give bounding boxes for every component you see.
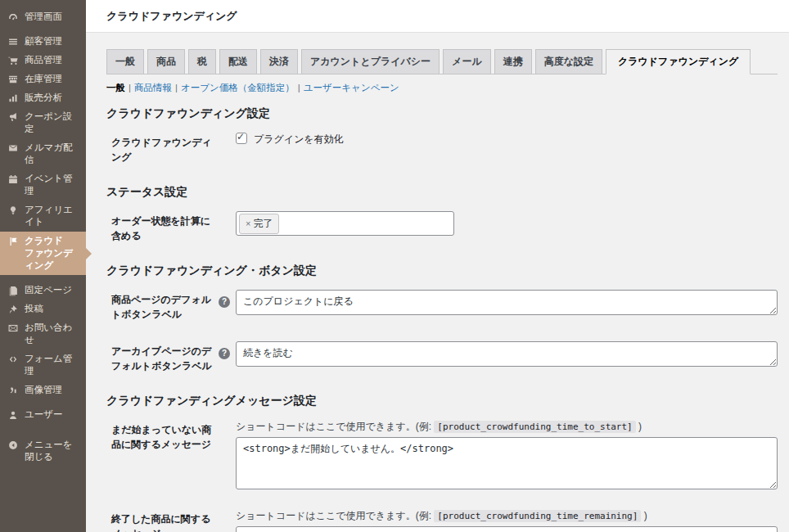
- archive-button-label-textarea[interactable]: 続きを読む: [236, 341, 778, 367]
- sidebar-item[interactable]: 固定ページ: [0, 281, 86, 300]
- sidebar-item-label: 固定ページ: [25, 284, 72, 296]
- settings-tab[interactable]: 一般: [106, 49, 144, 74]
- sidebar-item[interactable]: メニューを閉じる: [0, 435, 86, 467]
- field-label: まだ始まっていない商品に関するメッセージ: [111, 420, 219, 489]
- settings-tab[interactable]: 高度な設定: [535, 49, 602, 74]
- help-spacer: [219, 509, 236, 532]
- sidebar-item-label: アフィリエイト: [25, 204, 81, 228]
- collapse-icon: [7, 440, 19, 451]
- sidebar-item-label: メニューを閉じる: [25, 439, 81, 463]
- sidebar-item-label: クーポン設定: [25, 110, 81, 135]
- subnav-separator: |: [128, 83, 131, 92]
- settings-tab[interactable]: 決済: [260, 49, 298, 74]
- sidebar-item[interactable]: イベント管理: [0, 169, 86, 201]
- contact-mail-icon: [7, 322, 19, 334]
- shortcode-code: [product_crowdfunding_time_to_start]: [434, 421, 635, 433]
- field-label: 商品ページのデフォルトボタンラベル: [111, 290, 219, 322]
- subnav-link[interactable]: 一般: [106, 83, 125, 92]
- field-value: ショートコードはここで使用できます。(例: [product_crowdfund…: [236, 509, 778, 532]
- calendar-icon: [7, 174, 19, 185]
- sidebar-item-label: 商品管理: [25, 54, 62, 66]
- sidebar-item-label: 画像管理: [25, 384, 62, 396]
- checkbox-label: プラグインを有効化: [254, 133, 344, 145]
- product-button-label-textarea[interactable]: このプロジェクトに戻る: [236, 290, 778, 315]
- order-status-multiselect[interactable]: ×完了: [236, 211, 454, 236]
- settings-tab[interactable]: 税: [188, 49, 216, 74]
- sidebar-item[interactable]: クーポン設定: [0, 107, 86, 138]
- dashboard-icon: [7, 11, 19, 23]
- settings-tab[interactable]: 配送: [219, 49, 257, 74]
- shortcode-code: [product_crowdfunding_time_remaining]: [434, 510, 641, 522]
- subnav-separator: |: [298, 83, 300, 92]
- sidebar-item[interactable]: 画像管理: [0, 381, 86, 399]
- chart-bar-icon: [7, 92, 19, 104]
- sidebar-item[interactable]: クラウド ファウンディング: [0, 232, 86, 275]
- ended-message-textarea[interactable]: <strong>終了しました。</strong>: [236, 526, 778, 532]
- section-title-messages: クラウドファンディングメッセージ設定: [106, 394, 778, 408]
- admin-sidebar: 管理画面顧客管理商品管理在庫管理販売分析クーポン設定メルマガ配信イベント管理アフ…: [0, 0, 86, 532]
- sidebar-item[interactable]: 顧客管理: [0, 32, 86, 51]
- field-value: ✓プラグインを有効化: [236, 133, 778, 165]
- section-title-crowdfunding: クラウドファウンディング設定: [106, 106, 778, 121]
- not-started-message-textarea[interactable]: <strong>まだ開始していません。</strong>: [236, 437, 778, 489]
- shortcode-hint: ショートコードはここで使用できます。(例: [product_crowdfund…: [236, 420, 778, 434]
- sidebar-item[interactable]: 投稿: [0, 300, 86, 318]
- main-area: クラウドファウンディング 一般商品税配送決済アカウントとプライバシーメール連携高…: [86, 0, 789, 532]
- subnav-link[interactable]: オープン価格（金額指定）: [181, 83, 295, 92]
- quote-icon: [7, 385, 19, 396]
- field-label: クラウドファウンディング: [111, 133, 219, 165]
- subnav-item: ユーザーキャンペーン: [304, 83, 399, 92]
- field-value: ショートコードはここで使用できます。(例: [product_crowdfund…: [236, 420, 778, 489]
- sidebar-item[interactable]: 販売分析: [0, 88, 86, 107]
- subnav-link[interactable]: 商品情報: [134, 83, 172, 92]
- sidebar-item[interactable]: 在庫管理: [0, 70, 86, 88]
- lightbulb-icon: [7, 205, 19, 216]
- sidebar-item[interactable]: メルマガ配信: [0, 138, 86, 169]
- page-title: クラウドファウンディング: [106, 9, 237, 24]
- pushpin-icon: [7, 304, 19, 315]
- settings-tab[interactable]: アカウントとプライバシー: [301, 49, 440, 74]
- help-cell: ?: [219, 290, 236, 322]
- subnav-item: 一般|: [106, 83, 134, 92]
- sidebar-item[interactable]: フォーム管理: [0, 349, 86, 381]
- form-row-enable-plugin: クラウドファウンディング ✓プラグインを有効化: [106, 133, 778, 165]
- field-value: このプロジェクトに戻る: [236, 290, 778, 322]
- subnav-item: オープン価格（金額指定）|: [181, 83, 304, 92]
- sidebar-item-label: 在庫管理: [25, 73, 62, 85]
- code-icon: [7, 354, 19, 365]
- form-row-product-button-label: 商品ページのデフォルトボタンラベル ? このプロジェクトに戻る: [106, 290, 778, 322]
- page-header: クラウドファウンディング: [86, 0, 789, 33]
- cart-icon: [7, 55, 19, 66]
- settings-subnav: 一般|商品情報|オープン価格（金額指定）|ユーザーキャンペーン: [106, 82, 778, 94]
- settings-tab[interactable]: 連携: [494, 49, 532, 74]
- sidebar-item[interactable]: アフィリエイト: [0, 201, 86, 232]
- sidebar-item-label: 顧客管理: [25, 35, 62, 47]
- form-row-archive-button-label: アーカイブページのデフォルトボタンラベル ? 続きを読む: [106, 341, 778, 373]
- flag-icon: [7, 236, 19, 247]
- sidebar-item-label: 管理画面: [25, 11, 62, 23]
- sidebar-item[interactable]: ユーザー: [0, 405, 86, 424]
- help-spacer: [219, 420, 236, 489]
- help-icon[interactable]: ?: [219, 348, 230, 359]
- remove-tag-icon[interactable]: ×: [246, 219, 250, 228]
- settings-tab[interactable]: 商品: [147, 49, 185, 74]
- field-label: 終了した商品に関するメッセージ: [111, 509, 219, 532]
- check-icon: ✓: [237, 131, 245, 142]
- settings-tab[interactable]: クラウドファウンディング: [606, 49, 751, 74]
- form-row-not-started-message: まだ始まっていない商品に関するメッセージ ショートコードはここで使用できます。(…: [106, 420, 778, 489]
- user-icon: [7, 409, 19, 421]
- sidebar-item[interactable]: 商品管理: [0, 51, 86, 70]
- enable-plugin-checkbox[interactable]: ✓: [236, 133, 247, 144]
- sidebar-item[interactable]: お問い合わせ: [0, 318, 86, 349]
- sidebar-item[interactable]: 管理画面: [0, 7, 86, 26]
- sidebar-item-label: 投稿: [25, 303, 43, 315]
- shortcode-hint: ショートコードはここで使用できます。(例: [product_crowdfund…: [236, 509, 778, 523]
- form-row-order-status: オーダー状態を計算に含める ×完了: [106, 211, 778, 243]
- sidebar-item-label: メルマガ配信: [25, 142, 81, 166]
- help-icon[interactable]: ?: [219, 296, 230, 308]
- sidebar-item-label: 販売分析: [25, 92, 62, 104]
- subnav-link[interactable]: ユーザーキャンペーン: [304, 83, 399, 92]
- help-cell: ?: [219, 341, 236, 373]
- settings-content: 一般商品税配送決済アカウントとプライバシーメール連携高度な設定クラウドファウンデ…: [86, 33, 789, 532]
- settings-tab[interactable]: メール: [443, 49, 491, 74]
